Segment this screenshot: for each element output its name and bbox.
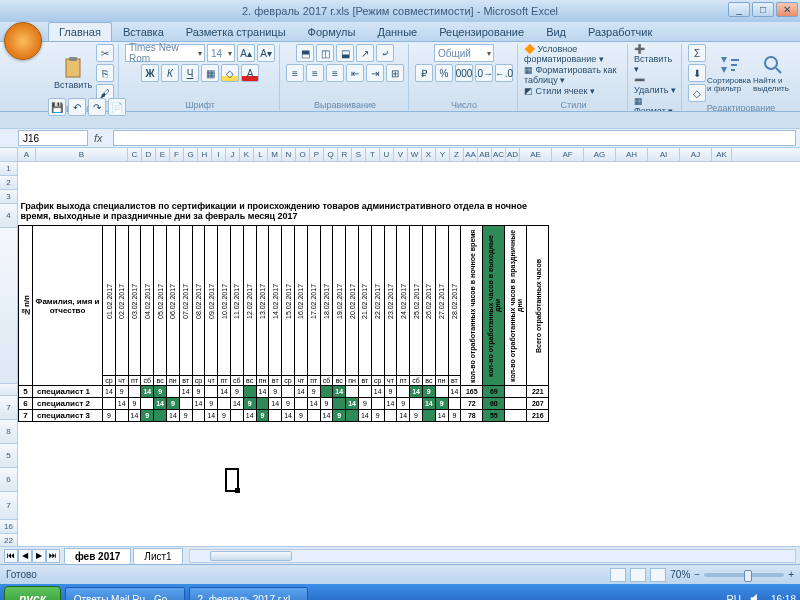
qat-new-button[interactable]: 📄 <box>108 98 126 116</box>
taskbar-item[interactable]: 2. февраль 2017 г.xl... <box>189 587 308 600</box>
font-color-button[interactable]: A <box>241 64 259 82</box>
fx-icon[interactable]: fx <box>88 132 109 144</box>
tab-Вид[interactable]: Вид <box>535 22 577 41</box>
col-header-D[interactable]: D <box>142 148 156 161</box>
office-button[interactable] <box>4 22 42 60</box>
col-header-S[interactable]: S <box>352 148 366 161</box>
col-header-P[interactable]: P <box>310 148 324 161</box>
increase-decimal-button[interactable]: .0→ <box>475 64 493 82</box>
row-header[interactable]: 6 <box>0 468 18 492</box>
bold-button[interactable]: Ж <box>141 64 159 82</box>
zoom-in-button[interactable]: + <box>788 569 794 580</box>
row-header[interactable]: 16 <box>0 520 18 534</box>
paste-button[interactable]: Вставить <box>52 47 94 99</box>
sheet-tab-Лист1[interactable]: Лист1 <box>133 548 182 564</box>
qat-save-button[interactable]: 💾 <box>48 98 66 116</box>
taskbar-item[interactable]: Ответы Mail.Ru - Go... <box>65 587 185 600</box>
col-header-AK[interactable]: AK <box>712 148 732 161</box>
row-header[interactable]: 7 <box>0 492 18 520</box>
fill-button[interactable]: ⬇ <box>688 64 706 82</box>
increase-indent-button[interactable]: ⇥ <box>366 64 384 82</box>
tray-volume-icon[interactable] <box>749 592 763 600</box>
sheet-nav-next[interactable]: ▶ <box>32 549 46 563</box>
col-header-Y[interactable]: Y <box>436 148 450 161</box>
insert-cells-button[interactable]: ➕ Вставить ▾ <box>634 44 677 74</box>
col-header-AD[interactable]: AD <box>506 148 520 161</box>
tab-Разметка страницы[interactable]: Разметка страницы <box>175 22 297 41</box>
wrap-text-button[interactable]: ⤶ <box>376 44 394 62</box>
row-header[interactable]: 7 <box>0 396 18 420</box>
find-select-button[interactable]: Найти и выделить <box>752 47 794 99</box>
delete-cells-button[interactable]: ➖ Удалить ▾ <box>634 75 677 95</box>
format-as-table-button[interactable]: ▦ Форматировать как таблицу ▾ <box>524 65 623 85</box>
col-header-N[interactable]: N <box>282 148 296 161</box>
tab-Данные[interactable]: Данные <box>366 22 428 41</box>
tray-lang[interactable]: RU <box>727 594 741 601</box>
col-header-AG[interactable]: AG <box>584 148 616 161</box>
conditional-format-button[interactable]: 🔶 Условное форматирование ▾ <box>524 44 623 64</box>
orientation-button[interactable]: ↗ <box>356 44 374 62</box>
view-normal-button[interactable] <box>610 568 626 582</box>
col-header-AB[interactable]: AB <box>478 148 492 161</box>
tab-Рецензирование[interactable]: Рецензирование <box>428 22 535 41</box>
row-header[interactable] <box>0 384 18 396</box>
sort-filter-button[interactable]: Сортировка и фильтр <box>708 47 750 99</box>
col-header-K[interactable]: K <box>240 148 254 161</box>
col-header-AA[interactable]: AA <box>464 148 478 161</box>
tab-Вставка[interactable]: Вставка <box>112 22 175 41</box>
tab-Разработчик[interactable]: Разработчик <box>577 22 663 41</box>
col-header-X[interactable]: X <box>422 148 436 161</box>
align-top-button[interactable]: ⬒ <box>296 44 314 62</box>
italic-button[interactable]: К <box>161 64 179 82</box>
view-layout-button[interactable] <box>630 568 646 582</box>
col-header-Q[interactable]: Q <box>324 148 338 161</box>
worksheet-area[interactable]: ABCDEFGHIJKLMNOPQRSTUVWXYZAAABACADAEAFAG… <box>0 148 800 546</box>
align-center-button[interactable]: ≡ <box>306 64 324 82</box>
row-header[interactable]: 3 <box>0 190 18 204</box>
row-header[interactable]: 8 <box>0 420 18 444</box>
row-header[interactable] <box>0 228 18 384</box>
col-header-A[interactable]: A <box>18 148 36 161</box>
cut-button[interactable]: ✂ <box>96 44 114 62</box>
col-header-AF[interactable]: AF <box>552 148 584 161</box>
underline-button[interactable]: Ч <box>181 64 199 82</box>
col-header-C[interactable]: C <box>128 148 142 161</box>
currency-button[interactable]: ₽ <box>415 64 433 82</box>
comma-button[interactable]: 000 <box>455 64 473 82</box>
col-header-AE[interactable]: AE <box>520 148 552 161</box>
align-left-button[interactable]: ≡ <box>286 64 304 82</box>
tab-Формулы[interactable]: Формулы <box>297 22 367 41</box>
col-header-B[interactable]: B <box>36 148 128 161</box>
sheet-tab-фев 2017[interactable]: фев 2017 <box>64 548 131 564</box>
autosum-button[interactable]: Σ <box>688 44 706 62</box>
col-header-AJ[interactable]: AJ <box>680 148 712 161</box>
row-header[interactable]: 1 <box>0 162 18 176</box>
row-header[interactable]: 5 <box>0 444 18 468</box>
col-header-U[interactable]: U <box>380 148 394 161</box>
copy-button[interactable]: ⎘ <box>96 64 114 82</box>
clear-button[interactable]: ◇ <box>688 84 706 102</box>
col-header-T[interactable]: T <box>366 148 380 161</box>
view-pagebreak-button[interactable] <box>650 568 666 582</box>
close-button[interactable]: ✕ <box>776 2 798 17</box>
col-header-I[interactable]: I <box>212 148 226 161</box>
start-button[interactable]: пуск <box>4 586 61 600</box>
col-header-AC[interactable]: AC <box>492 148 506 161</box>
cell-styles-button[interactable]: ◩ Стили ячеек ▾ <box>524 86 595 96</box>
grow-font-button[interactable]: A▴ <box>237 44 255 62</box>
tray-clock[interactable]: 16:18 <box>771 594 796 601</box>
row-header[interactable]: 4 <box>0 204 18 228</box>
col-header-J[interactable]: J <box>226 148 240 161</box>
zoom-slider[interactable] <box>704 573 784 577</box>
qat-redo-button[interactable]: ↷ <box>88 98 106 116</box>
col-header-AI[interactable]: AI <box>648 148 680 161</box>
col-header-V[interactable]: V <box>394 148 408 161</box>
col-header-O[interactable]: O <box>296 148 310 161</box>
col-header-L[interactable]: L <box>254 148 268 161</box>
format-cells-button[interactable]: ▦ Формат ▾ <box>634 96 677 112</box>
align-right-button[interactable]: ≡ <box>326 64 344 82</box>
col-header-R[interactable]: R <box>338 148 352 161</box>
column-headers[interactable]: ABCDEFGHIJKLMNOPQRSTUVWXYZAAABACADAEAFAG… <box>0 148 800 162</box>
minimize-button[interactable]: _ <box>728 2 750 17</box>
tab-Главная[interactable]: Главная <box>48 22 112 41</box>
